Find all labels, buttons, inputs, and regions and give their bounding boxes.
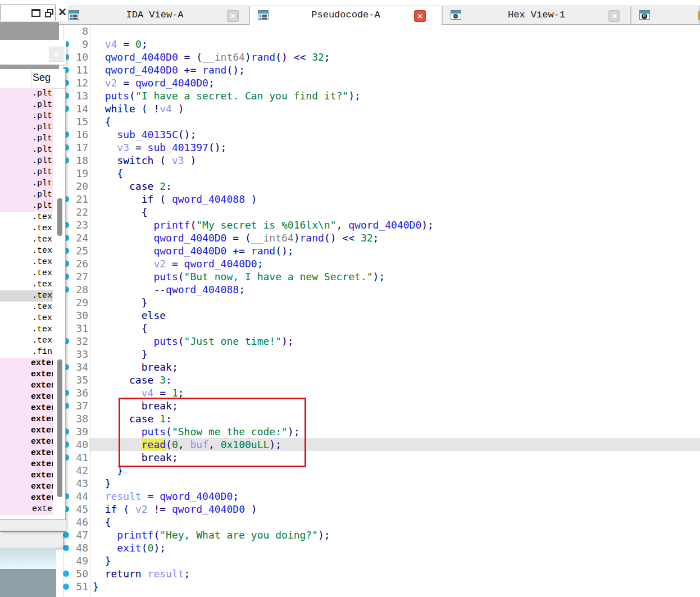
- code-line-49[interactable]: 49}: [0, 554, 700, 567]
- code-line-17[interactable]: 17v3 = sub_401397();: [0, 141, 700, 154]
- code-line-8[interactable]: 8: [0, 25, 700, 38]
- panel-close-icon[interactable]: ×: [49, 47, 63, 62]
- code-line-42[interactable]: 42}: [0, 464, 700, 477]
- code-line-15[interactable]: 15{: [0, 115, 700, 128]
- code-line-25[interactable]: 25qword_4040D0 += rand();: [0, 244, 700, 257]
- segment-row-extern[interactable]: extern: [0, 369, 53, 380]
- code-line-30[interactable]: 30else: [0, 309, 700, 322]
- code-line-10[interactable]: 10qword_4040D0 = (__int64)rand() << 32;: [0, 51, 700, 63]
- pseudocode-view[interactable]: 89v4 = 0;10qword_4040D0 = (__int64)rand(…: [0, 25, 700, 597]
- segment-row-extern[interactable]: extern: [0, 358, 53, 369]
- code-line-45[interactable]: 45if ( v2 != qword_4040D0 ): [0, 503, 700, 516]
- segment-row-plt[interactable]: .plt: [0, 200, 53, 212]
- code-line-23[interactable]: 23printf("My secret is %016lx\n", qword_…: [0, 218, 700, 231]
- tab-close-icon[interactable]: ✕: [608, 10, 620, 22]
- code-line-39[interactable]: 39puts("Show me the code:");: [0, 425, 700, 438]
- code-line-33[interactable]: 33}: [0, 348, 700, 361]
- segment-row-extern[interactable]: extern: [0, 481, 53, 493]
- code-line-29[interactable]: 29}: [0, 296, 700, 309]
- segment-row-extern[interactable]: extern: [0, 380, 53, 391]
- segment-row-text[interactable]: .text: [0, 268, 53, 279]
- code-line-36[interactable]: 36v4 = 1;: [0, 386, 700, 399]
- segment-row-extern[interactable]: extern: [0, 459, 53, 470]
- segment-row-plt[interactable]: .plt: [0, 167, 53, 178]
- maximize-icon[interactable]: [31, 9, 40, 17]
- tab-pseudocode-a[interactable]: Pseudocode-A✕: [249, 6, 442, 25]
- segment-row-text[interactable]: .text: [0, 302, 53, 313]
- line-number: 31: [66, 322, 88, 335]
- segment-row-extern[interactable]: extern: [0, 425, 53, 436]
- code-line-22[interactable]: 22{: [0, 206, 700, 218]
- code-line-32[interactable]: 32puts("Just one time!");: [0, 335, 700, 348]
- segment-row-text[interactable]: .text: [0, 313, 53, 324]
- segment-row-extern[interactable]: extern: [0, 414, 53, 425]
- code-line-37[interactable]: 37break;: [0, 399, 700, 412]
- segment-row-fini[interactable]: .fini: [0, 347, 53, 358]
- segment-row-text[interactable]: .text: [0, 223, 53, 234]
- code-line-9[interactable]: 9v4 = 0;: [0, 38, 700, 51]
- code-line-18[interactable]: 18switch ( v3 ): [0, 154, 700, 167]
- code-line-47[interactable]: 47printf("Hey, What are you doing?");: [0, 528, 700, 541]
- segment-row-text[interactable]: .text: [0, 335, 53, 347]
- tab-close-icon[interactable]: ✕: [227, 10, 239, 22]
- segment-row-extern[interactable]: extern: [0, 403, 53, 414]
- segment-row-plt[interactable]: .plt: [0, 122, 53, 133]
- code-line-44[interactable]: 44result = qword_4040D0;: [0, 490, 700, 503]
- segment-row-plt[interactable]: .plt: [0, 189, 53, 200]
- segment-row-extern[interactable]: extern: [0, 448, 53, 459]
- code-line-34[interactable]: 34break;: [0, 361, 700, 373]
- segment-row-extern[interactable]: extern: [0, 504, 53, 515]
- segment-row-text[interactable]: .text: [0, 324, 53, 335]
- code-line-35[interactable]: 35case 3:: [0, 373, 700, 386]
- segment-row-extern[interactable]: extern: [0, 493, 53, 504]
- code-line-16[interactable]: 16sub_40135C();: [0, 128, 700, 141]
- segment-row-plt[interactable]: .plt: [0, 133, 53, 144]
- code-line-41[interactable]: 41break;: [0, 451, 700, 464]
- code-line-12[interactable]: 12v2 = qword_4040D0;: [0, 76, 700, 89]
- segment-row-text[interactable]: .text: [0, 257, 53, 268]
- segment-row-text[interactable]: .text: [0, 245, 53, 257]
- segment-row-extern[interactable]: extern: [0, 470, 53, 481]
- code-line-38[interactable]: 38case 1:: [0, 412, 700, 425]
- line-number: 19: [66, 167, 88, 180]
- code-line-51[interactable]: 51}: [0, 580, 700, 593]
- code-line-50[interactable]: 50return result;: [0, 567, 700, 580]
- scrollbar-thumb[interactable]: [57, 198, 62, 236]
- segment-row-text[interactable]: .text: [0, 290, 53, 302]
- segment-row-plt[interactable]: .plt: [0, 144, 53, 156]
- code-line-48[interactable]: 48exit(0);: [0, 541, 700, 554]
- tab-close-icon[interactable]: ✕: [414, 10, 426, 22]
- segment-row-extern[interactable]: extern: [0, 391, 53, 403]
- code-line-27[interactable]: 27puts("But now, I have a new Secret.");: [0, 270, 700, 283]
- code-line-40[interactable]: 40read(0, buf, 0x100uLL);: [0, 438, 700, 451]
- code-line-21[interactable]: 21if ( qword_404088 ): [0, 193, 700, 206]
- segment-row-plt[interactable]: .plt: [0, 111, 53, 122]
- code-line-19[interactable]: 19{: [0, 167, 700, 180]
- segment-row-text[interactable]: .text: [0, 234, 53, 245]
- segment-row-plt[interactable]: .plt: [0, 99, 53, 111]
- code-line-26[interactable]: 26v2 = qword_4040D0;: [0, 257, 700, 270]
- scrollbar-thumb[interactable]: [57, 359, 62, 497]
- segment-row-plt[interactable]: .plt: [0, 88, 53, 99]
- segment-row-text[interactable]: .text: [0, 212, 53, 223]
- segment-row-plt[interactable]: .plt: [0, 156, 53, 167]
- restore-icon[interactable]: [45, 9, 53, 17]
- line-number: 38: [66, 412, 88, 425]
- tab-hex-view-1[interactable]: Hex View-1✕: [442, 6, 631, 24]
- close-icon[interactable]: ✕: [57, 6, 68, 19]
- code-line-31[interactable]: 31{: [0, 322, 700, 335]
- code-line-11[interactable]: 11qword_4040D0 += rand();: [0, 63, 700, 76]
- code-line-20[interactable]: 20case 2:: [0, 180, 700, 193]
- tab-ida-view-a[interactable]: IDA View-A✕: [60, 6, 249, 24]
- code-line-24[interactable]: 24qword_4040D0 = (__int64)rand() << 32;: [0, 231, 700, 244]
- code-line-46[interactable]: 46{: [0, 516, 700, 528]
- tab-partial[interactable]: 0: [631, 6, 700, 24]
- segment-row-plt[interactable]: .plt: [0, 178, 53, 189]
- code-line-28[interactable]: 28--qword_404088;: [0, 283, 700, 296]
- segment-row-extern[interactable]: extern: [0, 436, 53, 448]
- navigator-band-gray: [0, 569, 56, 597]
- code-line-14[interactable]: 14while ( !v4 ): [0, 102, 700, 115]
- code-line-43[interactable]: 43}: [0, 477, 700, 490]
- segment-row-text[interactable]: .text: [0, 279, 53, 290]
- code-line-13[interactable]: 13puts("I have a secret. Can you find it…: [0, 89, 700, 102]
